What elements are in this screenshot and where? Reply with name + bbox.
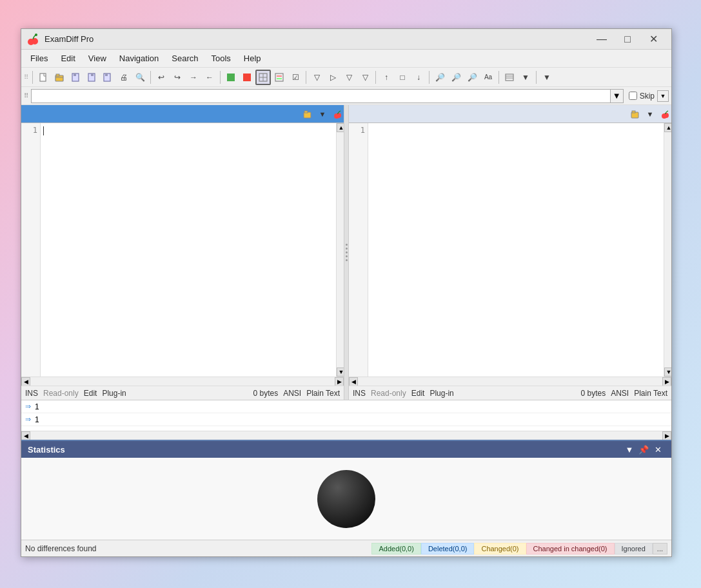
search-dropdown-button[interactable]: ▼ [611, 89, 624, 103]
tb-case-button[interactable]: Aa [480, 70, 496, 85]
right-panel-dropdown-button[interactable]: ▼ [643, 107, 657, 121]
right-scroll-down[interactable]: ▼ [664, 368, 671, 377]
badge-changed-in-changed[interactable]: Changed in changed(0) [526, 543, 615, 554]
tb-grid-button[interactable] [255, 70, 271, 85]
list-arrow-icon: ⇒ [25, 415, 31, 424]
left-panel-icon-button[interactable] [330, 107, 344, 121]
right-panel-icon-button[interactable] [657, 107, 671, 121]
right-scroll-up[interactable]: ▲ [664, 123, 671, 132]
right-scroll-left[interactable]: ◀ [349, 377, 358, 386]
tb-copy-right-button[interactable]: → [186, 70, 201, 85]
panel-splitter[interactable] [344, 105, 349, 400]
right-encoding: ANSI [611, 389, 629, 398]
toolbar-sep-5 [375, 71, 376, 84]
left-scroll-down[interactable]: ▼ [337, 368, 344, 377]
tb-filter4-button[interactable]: ▽ [357, 70, 373, 85]
left-panel-header: ▼ [21, 105, 344, 123]
skip-checkbox[interactable] [629, 92, 637, 100]
right-scroll-right[interactable]: ▶ [662, 377, 671, 386]
tb-prev-diff-button[interactable]: ↑ [379, 70, 394, 85]
tb-undo-button[interactable]: ↩ [153, 70, 169, 85]
tb-find1-button[interactable]: 🔎 [432, 70, 448, 85]
tb-zoom-button[interactable]: 🔍 [132, 70, 148, 85]
close-button[interactable]: ✕ [640, 29, 666, 50]
right-editor: 1 ▲ ▼ [349, 123, 671, 377]
badge-added[interactable]: Added(0,0) [371, 543, 420, 554]
tb-filter2-button[interactable]: ▷ [325, 70, 341, 85]
tb-find2-button[interactable]: 🔎 [448, 70, 464, 85]
svg-rect-26 [632, 111, 635, 113]
tb-save-right-button[interactable] [84, 70, 99, 85]
right-panel-open-button[interactable] [629, 107, 643, 121]
toolbar-grip: ⠿ [24, 74, 28, 81]
left-size: 0 bytes [253, 389, 278, 398]
left-scroll-up[interactable]: ▲ [337, 123, 344, 132]
statistics-dropdown-button[interactable]: ▼ [622, 442, 637, 456]
left-scroll-track[interactable] [337, 132, 344, 368]
badge-ignored[interactable]: Ignored [615, 543, 653, 554]
right-editor-content[interactable] [368, 123, 664, 377]
maximize-button[interactable]: □ [615, 29, 640, 50]
right-scrollbar-v[interactable]: ▲ ▼ [664, 123, 671, 377]
tb-new-button[interactable] [35, 70, 51, 85]
bottom-scroll-right[interactable]: ▶ [662, 431, 671, 440]
tb-expand-button[interactable]: ▼ [539, 70, 555, 85]
menu-help[interactable]: Help [237, 51, 268, 66]
red-square-icon [243, 74, 251, 81]
tb-layout-dropdown-button[interactable]: ▼ [518, 70, 533, 85]
menu-files[interactable]: Files [24, 51, 54, 66]
tb-inline-button[interactable] [272, 70, 287, 85]
tb-next-diff-button[interactable]: ↓ [411, 70, 426, 85]
tb-copy-left-button[interactable]: ← [202, 70, 217, 85]
left-panel-dropdown-button[interactable]: ▼ [315, 107, 330, 121]
right-scroll-track[interactable] [664, 132, 671, 368]
search-bar: ⠿ ▼ Skip ▼ [21, 87, 671, 105]
bottom-list: ⇒ 1 ⇒ 1 [21, 400, 671, 431]
left-panel: ▼ 1 ▲ ▼ ◀ [21, 105, 344, 400]
menu-search[interactable]: Search [165, 51, 204, 66]
search-input[interactable] [31, 89, 611, 103]
title-bar: ExamDiff Pro — □ ✕ [21, 29, 671, 50]
tb-save-both-button[interactable] [100, 70, 115, 85]
tb-red-sq-button[interactable] [239, 70, 255, 85]
menu-edit[interactable]: Edit [54, 51, 81, 66]
tb-highlight-button[interactable]: ☑ [288, 70, 303, 85]
list-item[interactable]: ⇒ 1 [21, 400, 671, 413]
minimize-button[interactable]: — [589, 29, 615, 50]
tb-filter3-button[interactable]: ▽ [341, 70, 357, 85]
tb-open-button[interactable] [52, 70, 67, 85]
left-panel-status: INS Read-only Edit Plug-in 0 bytes ANSI … [21, 386, 344, 400]
left-scroll-left[interactable]: ◀ [21, 377, 30, 386]
skip-dropdown-button[interactable]: ▼ [657, 90, 669, 102]
left-panel-open-button[interactable] [301, 107, 315, 121]
tb-layout-button[interactable] [502, 70, 517, 85]
list-item[interactable]: ⇒ 1 [21, 413, 671, 426]
badge-changed[interactable]: Changed(0) [474, 543, 526, 554]
tb-redo-button[interactable]: ↪ [170, 70, 185, 85]
svg-rect-15 [275, 74, 283, 81]
badge-deleted[interactable]: Deleted(0,0) [421, 543, 475, 554]
svg-rect-3 [40, 74, 46, 81]
menu-tools[interactable]: Tools [204, 51, 237, 66]
toolbar-sep-6 [429, 71, 429, 84]
tb-green-sq-button[interactable] [223, 70, 239, 85]
left-editor-content[interactable] [41, 123, 336, 377]
tb-print-button[interactable]: 🖨 [116, 70, 132, 85]
svg-rect-18 [506, 74, 513, 81]
left-scrollbar-v[interactable]: ▲ ▼ [336, 123, 344, 377]
statistics-close-button[interactable]: ✕ [651, 442, 665, 456]
left-ins: INS [25, 389, 38, 398]
tb-save-left-button[interactable] [68, 70, 83, 85]
left-scroll-right[interactable]: ▶ [335, 377, 344, 386]
right-plugin: Plug-in [429, 389, 453, 398]
menu-view[interactable]: View [82, 51, 113, 66]
status-badges: Added(0,0) Deleted(0,0) Changed(0) Chang… [371, 543, 667, 554]
statistics-pin-button[interactable]: 📌 [637, 442, 651, 456]
menu-navigation[interactable]: Navigation [113, 51, 165, 66]
skip-label: Skip [640, 92, 655, 101]
tb-center-button[interactable]: □ [395, 70, 410, 85]
badge-more[interactable]: ... [653, 543, 667, 554]
tb-find3-button[interactable]: 🔎 [464, 70, 480, 85]
tb-filter1-button[interactable]: ▽ [309, 70, 324, 85]
bottom-scroll-left[interactable]: ◀ [21, 431, 30, 440]
